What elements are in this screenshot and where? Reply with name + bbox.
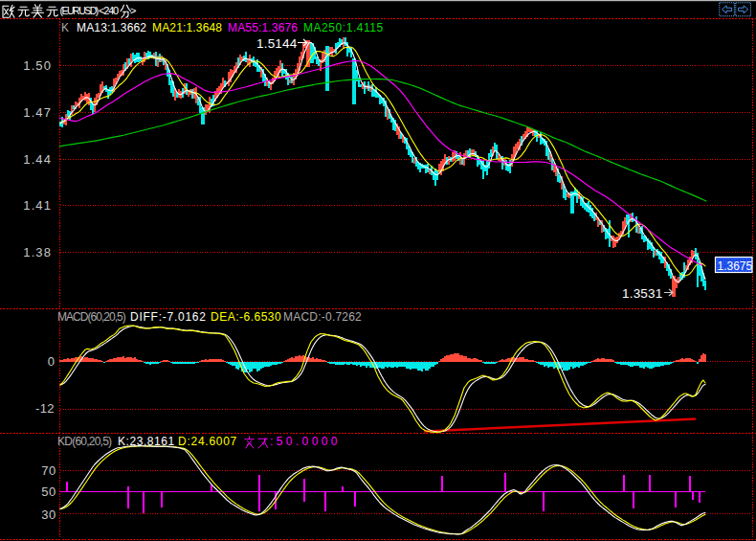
svg-text:1.50: 1.50	[23, 58, 52, 73]
svg-text:K: K	[61, 21, 69, 34]
svg-text:1.5144: 1.5144	[256, 36, 298, 51]
svg-text:<240: <240	[99, 5, 119, 16]
svg-text:MACD(60,20,5): MACD(60,20,5)	[57, 310, 126, 324]
svg-text:30: 30	[41, 507, 56, 522]
svg-text:1.3531: 1.3531	[622, 286, 663, 301]
svg-text:MA55:1.3676: MA55:1.3676	[228, 21, 298, 34]
svg-text:KD(60,20,5): KD(60,20,5)	[57, 435, 112, 448]
svg-text:-12: -12	[35, 401, 55, 416]
svg-text::50.0000: :50.0000	[270, 435, 341, 448]
svg-text:K:23.8161: K:23.8161	[118, 435, 175, 448]
svg-text:D:24.6007: D:24.6007	[178, 435, 237, 448]
svg-text:50: 50	[41, 485, 56, 499]
svg-text:>: >	[130, 5, 136, 16]
svg-text:(EURUSD): (EURUSD)	[60, 5, 99, 16]
svg-text:MA250:1.4115: MA250:1.4115	[303, 21, 384, 34]
svg-text:0: 0	[48, 354, 55, 369]
svg-text:DIFF:-7.0162: DIFF:-7.0162	[130, 310, 207, 324]
svg-text:1.38: 1.38	[23, 245, 52, 259]
svg-text:1.41: 1.41	[23, 198, 52, 213]
svg-text:1.44: 1.44	[23, 152, 52, 167]
svg-text:70: 70	[41, 463, 56, 478]
svg-text:DEA:-6.6530: DEA:-6.6530	[211, 310, 281, 324]
svg-text:1.3675: 1.3675	[718, 259, 753, 273]
svg-text:MA21:1.3648: MA21:1.3648	[152, 21, 222, 34]
svg-text:MACD:-0.7262: MACD:-0.7262	[283, 310, 362, 324]
svg-text:1.47: 1.47	[23, 105, 52, 120]
svg-text:MA13:1.3662: MA13:1.3662	[77, 21, 146, 34]
